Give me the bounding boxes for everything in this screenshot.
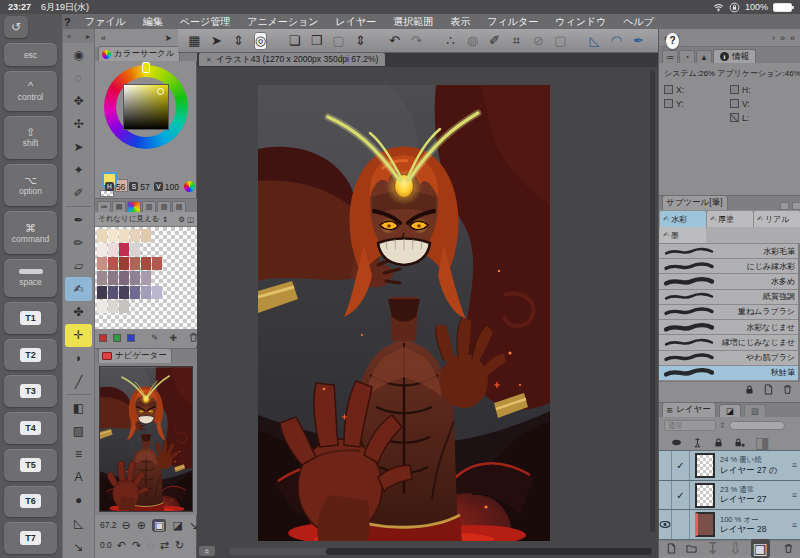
tab-history[interactable]: ▧ — [157, 201, 171, 212]
swatch-0-4[interactable] — [141, 229, 151, 242]
expand-right[interactable]: » — [780, 33, 785, 43]
lock-settings[interactable] — [744, 384, 755, 395]
edge-key-t7[interactable]: T7 — [4, 522, 57, 554]
tool-eyedropper[interactable]: ✐ — [65, 182, 92, 205]
quick-color-1[interactable] — [113, 334, 121, 342]
swatch-2-1[interactable] — [108, 257, 118, 270]
layer-menu-icon[interactable]: ≡ — [792, 460, 797, 470]
tool-gradient[interactable]: ▨ — [65, 419, 92, 442]
layer-check[interactable]: ✓ — [672, 481, 690, 510]
preset-name[interactable]: それなりに見えるやつ — [98, 214, 160, 224]
lock-layer[interactable] — [713, 437, 724, 448]
tool-hand[interactable]: ✥ — [65, 89, 92, 112]
brush-row[interactable]: 重ねムラブラシ — [659, 305, 800, 320]
tool-ruler[interactable]: ◺ — [65, 512, 92, 535]
tab-scene[interactable]: ▲ — [696, 50, 712, 63]
quick-color-0[interactable] — [99, 334, 107, 342]
swatch-0-2[interactable] — [119, 229, 129, 242]
layer-menu-icon[interactable]: ≡ — [792, 490, 797, 500]
tab-other[interactable]: ▨ — [172, 201, 186, 212]
swatch-3-4[interactable] — [141, 271, 151, 284]
layer-row[interactable]: 100 % オーレイヤー 28≡ — [659, 510, 800, 539]
stepper-b[interactable]: ⇕ — [354, 33, 367, 48]
enable-mask[interactable]: ◨ — [755, 433, 770, 452]
edge-key-option[interactable]: ⌥option — [4, 164, 57, 206]
edge-key-shift[interactable]: ⇧shift — [4, 116, 57, 158]
swatch-3-1[interactable] — [108, 271, 118, 284]
collapse-left-panel[interactable]: « — [101, 33, 106, 43]
clip-studio-logo[interactable]: ? — [64, 16, 71, 28]
stepper-a[interactable]: ⇕ — [232, 33, 245, 48]
merge-down[interactable]: ⇩ — [728, 539, 741, 558]
edit-color[interactable]: ✎ — [151, 332, 159, 343]
help[interactable]: ? — [666, 33, 679, 49]
preset-stepper[interactable]: ⇕ — [162, 215, 168, 224]
add-color[interactable]: ✚ — [170, 332, 178, 343]
brush-row[interactable]: 水多め — [659, 274, 800, 289]
layer-extra-tab[interactable]: ▨ — [744, 404, 766, 417]
tool-liquify[interactable]: ╱ — [65, 370, 92, 393]
preset-settings-icon[interactable]: ⚙ — [178, 215, 185, 224]
canvas-viewport[interactable] — [197, 67, 658, 545]
redo[interactable]: ↷ — [410, 33, 423, 48]
swatch-4-1[interactable] — [108, 286, 118, 299]
delete-color[interactable] — [188, 332, 199, 343]
swatch-4-2[interactable] — [119, 286, 129, 299]
swatch-4-4[interactable] — [141, 286, 151, 299]
blend-mode-dropdown[interactable]: 通常 — [664, 420, 716, 431]
swatch-1-3[interactable] — [130, 243, 140, 256]
tab-colorset[interactable]: ▦ — [127, 201, 141, 212]
subtool-tab[interactable]: サブツール[筆] — [662, 195, 728, 210]
tool-wand[interactable]: ✦ — [65, 159, 92, 182]
new-layer[interactable] — [666, 543, 677, 554]
tool-decoration[interactable]: ✛ — [65, 324, 92, 347]
undo[interactable]: ↶ — [388, 33, 401, 48]
collapse-far[interactable]: « — [790, 33, 795, 43]
transfer-down[interactable]: ↧ — [706, 539, 719, 558]
swatch-3-3[interactable] — [130, 271, 140, 284]
opacity-slider[interactable] — [729, 421, 785, 430]
close-document-icon[interactable]: ✕ — [206, 56, 212, 64]
layer-row[interactable]: ✓23 % 通常レイヤー 27≡ — [659, 481, 800, 511]
clip-studio-home[interactable]: ◎ — [254, 32, 267, 50]
hsv-rgb-toggle-icon[interactable] — [184, 181, 195, 192]
layer-thumbnail[interactable] — [695, 483, 715, 508]
brush-row[interactable]: 縁増にじみなじませ — [659, 335, 800, 350]
tool-text[interactable]: A — [65, 466, 92, 489]
swatch-0-3[interactable] — [130, 229, 140, 242]
layer-check[interactable]: ✓ — [672, 451, 690, 480]
navigator-tab[interactable]: ナビゲーター — [98, 348, 172, 363]
navigator-preview[interactable] — [95, 363, 197, 515]
menu-item-1[interactable]: 編集 — [143, 15, 163, 29]
hue-marker[interactable] — [142, 62, 150, 73]
tool-pattern[interactable]: ≡ — [65, 442, 92, 465]
tab-info[interactable]: i情報 — [713, 49, 756, 63]
swatch-0-0[interactable] — [97, 229, 107, 242]
edge-key-t3[interactable]: T3 — [4, 375, 57, 407]
canvas-vertical-scrollbar[interactable] — [650, 70, 655, 540]
sv-marker[interactable] — [157, 88, 164, 95]
rotate-cw[interactable]: ↷ — [132, 539, 141, 552]
navigator-thumbnail[interactable] — [100, 367, 192, 511]
collapse-bottom-button[interactable]: « — [199, 546, 215, 556]
swatch-4-0[interactable] — [97, 286, 107, 299]
lock-transparent[interactable] — [734, 437, 745, 448]
brush-row[interactable]: にじみ縁水彩 — [659, 259, 800, 274]
rotate-ccw[interactable]: ↶ — [117, 539, 126, 552]
tool-lasso[interactable]: ◌ — [65, 66, 92, 89]
tool-object[interactable]: ➤ — [65, 136, 92, 159]
swatch-2-5[interactable] — [152, 257, 162, 270]
tool-brush[interactable]: ✍ — [65, 277, 92, 300]
layer-menu-icon[interactable]: ≡ — [792, 520, 797, 530]
layer-row[interactable]: ✓24 % 覆い焼レイヤー 27 の≡ — [659, 451, 800, 481]
zoom-out[interactable]: ⊖ — [122, 519, 131, 532]
menu-item-0[interactable]: ファイル — [85, 15, 126, 29]
save-canvas[interactable]: ▢ — [332, 33, 345, 48]
fit-screen[interactable]: ▣ — [152, 519, 166, 532]
swatch-4-3[interactable] — [130, 286, 140, 299]
subtool-header-icon-a[interactable] — [780, 202, 789, 210]
tool-zoom[interactable]: ◉ — [65, 43, 92, 66]
collapse-tools-icon[interactable]: « — [67, 32, 71, 41]
expand-tools-icon[interactable]: ▸ — [86, 32, 90, 41]
edge-key-control[interactable]: ^control — [4, 71, 57, 111]
